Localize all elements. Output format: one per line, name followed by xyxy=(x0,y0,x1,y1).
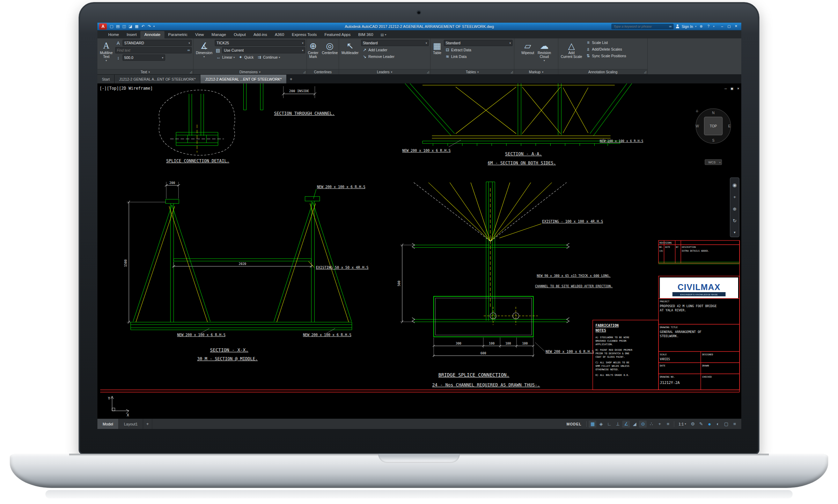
tab-bim360[interactable]: BIM 360 xyxy=(354,31,377,38)
annotation-scaling-launcher-icon[interactable]: ◿ xyxy=(644,71,646,74)
tab-manage[interactable]: Manage xyxy=(208,31,230,38)
new-200-label-splice[interactable]: NEW 200 x 100 x 6 R.H.S xyxy=(545,350,594,354)
multiline-text-button[interactable]: A Multiline Text ▾ xyxy=(99,40,114,69)
nav-pan-icon[interactable]: + xyxy=(733,194,736,200)
wcs-caret-icon[interactable]: ▾ xyxy=(719,161,721,164)
navigation-bar[interactable]: ◉ + ⊕ ↻ ▾ xyxy=(730,178,739,237)
channel-required-label[interactable]: 24 - Nos CHANNEL REQUIRED AS DRAWN THUS-… xyxy=(432,382,540,387)
centerlines-panel-footer[interactable]: Centerlines xyxy=(307,69,339,74)
six-m-label[interactable]: 6M - SECTION ON BOTH SIDES. xyxy=(488,161,556,165)
viewcube-west[interactable]: W xyxy=(696,124,699,128)
existing-100-label[interactable]: EXISTING - 100 x 100 x 4R.H.S xyxy=(542,220,603,223)
tab-featured-apps[interactable]: Featured Apps xyxy=(321,31,354,38)
tab-home[interactable]: Home xyxy=(104,31,123,38)
add-delete-scales-button[interactable]: ± Add/Delete Scales xyxy=(585,46,646,52)
annotation-scaling-panel-footer[interactable]: Annotation Scaling ◿ xyxy=(558,69,647,74)
dim-300[interactable]: 300 xyxy=(456,342,461,345)
sign-in-caret-icon[interactable]: ▾ xyxy=(695,25,697,28)
wipeout-button[interactable]: ▱ Wipeout xyxy=(520,40,535,69)
table-style-combo[interactable]: Standard ▾ xyxy=(444,40,513,46)
center-mark-button[interactable]: ⊕ Center Mark xyxy=(307,40,319,69)
viewcube-south[interactable]: S xyxy=(712,139,715,142)
dim-500[interactable]: 500 xyxy=(397,281,401,286)
help-icon[interactable]: ? xyxy=(706,24,711,28)
save-as-icon[interactable]: ◪ xyxy=(127,23,133,29)
tab-parametric[interactable]: Parametric xyxy=(164,31,192,38)
help-search-box[interactable]: ∞ xyxy=(611,24,674,29)
lineweight-icon[interactable]: ≡ xyxy=(664,421,672,428)
markup-panel-footer[interactable]: Markup ▾ xyxy=(514,69,558,74)
dynamic-input-icon[interactable]: + xyxy=(656,421,663,428)
revision-cloud-button[interactable]: ☁ Revision Cloud ▾ xyxy=(537,40,552,69)
dim-2020[interactable]: 2020 xyxy=(239,262,247,266)
weld-note-label[interactable]: CHANNEL TO BE SITE WELDED AFTER ERECTION… xyxy=(535,284,612,288)
tab-express-tools[interactable]: Express Tools xyxy=(288,31,321,38)
tables-panel-footer[interactable]: Tables ▾ ◿ xyxy=(431,69,514,74)
annotation-monitor-icon[interactable]: ✎ xyxy=(697,421,705,428)
customize-icon[interactable]: ≡ xyxy=(731,421,738,428)
grid-toggle-icon[interactable]: ▦ xyxy=(589,421,596,428)
find-text-input[interactable] xyxy=(117,49,188,52)
new-200-label-base-left[interactable]: NEW 200 x 100 x 6 R.H.S xyxy=(177,333,226,337)
isodraft-icon[interactable]: ◢ xyxy=(631,421,638,428)
dim-style-combo[interactable]: TICK25 ▾ xyxy=(215,40,305,46)
find-text-icon[interactable]: ∞ xyxy=(188,49,190,52)
qat-customize-caret-icon[interactable]: ▾ xyxy=(153,25,155,28)
dim-200-inside[interactable]: 200 INSIDE xyxy=(289,89,309,93)
tab-addins[interactable]: Add-ins xyxy=(250,31,271,38)
new-layout-button[interactable]: + xyxy=(143,419,152,429)
dim-layer-combo[interactable]: Use Current ▾ xyxy=(222,47,305,53)
new-200-label-base-right[interactable]: NEW 200 x 100 x 6 R.H.S xyxy=(303,333,352,337)
bridge-splice-label[interactable]: BRIDGE SPLICE CONNECTION. xyxy=(439,372,509,378)
nav-wheel-icon[interactable]: ◉ xyxy=(733,182,737,188)
annotation-scale-control[interactable]: 1:1 ▾ xyxy=(676,422,688,426)
splice-detail-label[interactable]: SPLICE CONNECTION DETAIL. xyxy=(166,158,229,163)
dim-100-a[interactable]: 100 xyxy=(489,342,494,345)
section-xx-group[interactable]: 200 2020 1500 xyxy=(124,181,368,361)
viewport-close-icon[interactable]: × xyxy=(737,86,740,91)
ribbon-display-toggle[interactable]: ▤ ▾ xyxy=(381,33,386,38)
remove-leader-button[interactable]: ↘ Remove Leader xyxy=(361,54,429,59)
new-200-label-aa[interactable]: NEW 200 x 100 x 6 R.H.S xyxy=(402,149,451,153)
viewcube-north[interactable]: N xyxy=(712,111,714,115)
file-tab-drawing-2[interactable]: J1212-2 AGENERAL ...ENT OF STEELWORK* xyxy=(200,75,286,83)
text-height-combo[interactable]: 500.0 ▾ xyxy=(123,54,165,61)
sign-in-button[interactable]: Sign In xyxy=(682,24,693,29)
section-xx-label[interactable]: SECTION - X-X. xyxy=(210,347,249,353)
existing-50-label[interactable]: EXISTING 50 x 50 x 4R.H.S xyxy=(316,266,369,269)
centerline-button[interactable]: ◎ Centerline xyxy=(321,40,339,69)
continue-dim-button[interactable]: ⇉ Continue ▾ xyxy=(256,54,281,60)
redo-icon[interactable]: ↷ xyxy=(146,23,152,29)
layout1-tab[interactable]: Layout1 xyxy=(119,419,143,429)
leaders-panel-footer[interactable]: Leaders ▾ ◿ xyxy=(339,69,430,74)
text-panel-footer[interactable]: Text ▾ ◿ xyxy=(97,69,193,74)
fabrication-notes[interactable]: FABRICATION NOTES A) STEELWORK TO BE WIR… xyxy=(593,320,659,390)
workspace-switching-icon[interactable]: ⚙ xyxy=(689,421,697,428)
file-tab-start[interactable]: Start xyxy=(97,75,115,83)
viewport-restore-icon[interactable]: ▣ xyxy=(731,86,733,91)
bridge-splice-group[interactable]: 300 100 100 100 600 500 EXISTING - 100 x… xyxy=(397,182,613,387)
add-leader-button[interactable]: ↗ Add Leader xyxy=(361,47,429,53)
plate-note-label[interactable]: NEW 90 x 380 x 65 x15 THICK x 600 LONG. xyxy=(537,274,610,277)
tab-insert[interactable]: Insert xyxy=(123,31,141,38)
dim-100-b[interactable]: 100 xyxy=(505,342,511,345)
viewport-minimize-icon[interactable]: – xyxy=(725,86,727,91)
clean-screen-icon[interactable]: ▢ xyxy=(722,421,730,428)
section-through-channel-group[interactable]: 200 INSIDE SECTION THROUGH CHANNEL. xyxy=(243,83,335,116)
new-200-label-post[interactable]: NEW 200 x 100 x 6 R.H.S xyxy=(317,185,366,189)
splice-detail-group[interactable]: SPLICE CONNECTION DETAIL. xyxy=(159,90,235,163)
help-caret-icon[interactable]: ▾ xyxy=(713,25,714,28)
close-button[interactable]: × xyxy=(733,24,740,29)
infer-constraints-icon[interactable]: ∟ xyxy=(605,421,613,428)
sheet-border[interactable] xyxy=(100,240,740,392)
title-block[interactable]: CIVILMAX ENGINEER'S KNOWLEDGE BASE PROJE… xyxy=(659,276,740,390)
dimensions-dialog-launcher-icon[interactable]: ◿ xyxy=(303,71,306,74)
dimensions-panel-footer[interactable]: Dimensions ▾ ◿ xyxy=(193,69,307,74)
text-style-combo[interactable]: STANDARD ▾ xyxy=(123,40,192,46)
tab-a360[interactable]: A360 xyxy=(271,31,288,38)
nav-zoom-icon[interactable]: ⊕ xyxy=(733,206,737,212)
viewcube-top-face[interactable]: TOP xyxy=(710,124,717,128)
find-text-box[interactable]: ∞ xyxy=(115,47,192,53)
linear-dim-button[interactable]: ↔ Linear ▾ xyxy=(215,54,236,60)
viewcube-east[interactable]: E xyxy=(728,124,731,128)
